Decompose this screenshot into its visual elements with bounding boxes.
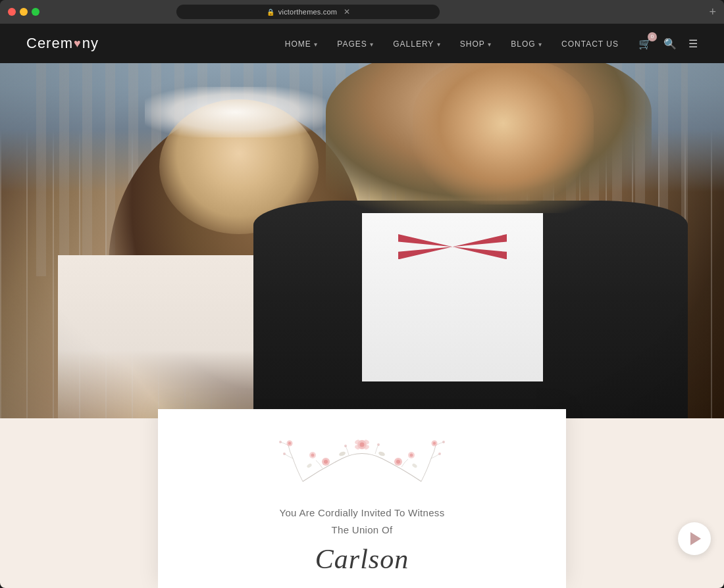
site-logo[interactable]: Cerem♥ny — [26, 35, 99, 52]
traffic-lights — [8, 8, 39, 16]
website: Cerem♥ny HOME PAGES GALLERY SHOP — [0, 24, 724, 588]
cart-badge: 0 — [648, 32, 657, 41]
nav-link-home[interactable]: HOME — [285, 39, 311, 49]
logo-text-before: Cerem — [26, 35, 73, 52]
nav-item-pages[interactable]: PAGES — [337, 37, 373, 49]
svg-point-20 — [306, 463, 312, 469]
vignette-overlay — [0, 24, 724, 445]
nav-item-contact[interactable]: CONTACT US — [561, 37, 619, 49]
play-button[interactable] — [678, 522, 711, 555]
svg-point-13 — [396, 460, 400, 464]
invitation-card: You Are Cordially Invited To Witness The… — [158, 409, 566, 588]
svg-point-19 — [378, 451, 385, 456]
search-icon[interactable]: 🔍 — [663, 37, 677, 50]
invitation-line1: You Are Cordially Invited To Witness — [280, 507, 445, 518]
logo-text-after: ny — [82, 35, 99, 52]
nav-item-home[interactable]: HOME — [285, 37, 317, 49]
nav-icons: 🛒 0 🔍 ☰ — [638, 37, 698, 50]
invitation-text: You Are Cordially Invited To Witness The… — [280, 504, 445, 538]
navigation-bar: Cerem♥ny HOME PAGES GALLERY SHOP — [0, 24, 724, 63]
nav-item-shop[interactable]: SHOP — [460, 37, 491, 49]
floral-arch-decoration — [270, 429, 454, 495]
svg-point-11 — [288, 442, 291, 445]
hero-section — [0, 24, 724, 445]
nav-item-gallery[interactable]: GALLERY — [393, 37, 440, 49]
invitation-line2: The Union Of — [332, 524, 393, 535]
svg-point-25 — [442, 441, 445, 443]
menu-icon[interactable]: ☰ — [688, 37, 698, 50]
svg-point-7 — [324, 460, 328, 464]
browser-content: Cerem♥ny HOME PAGES GALLERY SHOP — [0, 24, 724, 588]
nav-item-blog[interactable]: BLOG — [511, 37, 542, 49]
svg-point-26 — [344, 445, 347, 447]
nav-link-contact[interactable]: CONTACT US — [561, 39, 619, 49]
maximize-button[interactable] — [32, 8, 39, 16]
couple-name: Carlson — [315, 543, 409, 575]
nav-link-gallery[interactable]: GALLERY — [393, 39, 434, 49]
svg-point-24 — [438, 453, 441, 455]
svg-point-23 — [279, 441, 282, 443]
logo-heart-icon: ♥ — [74, 37, 82, 51]
url-text: victorthemes.com — [278, 8, 337, 16]
svg-point-21 — [411, 463, 417, 469]
clear-url-icon[interactable]: ✕ — [344, 7, 350, 16]
new-tab-button[interactable]: + — [709, 5, 716, 19]
browser-window: 🔒 victorthemes.com ✕ + — [0, 0, 724, 588]
svg-point-22 — [283, 453, 286, 455]
svg-point-9 — [311, 454, 315, 457]
minimize-button[interactable] — [20, 8, 28, 16]
nav-link-pages[interactable]: PAGES — [337, 39, 367, 49]
nav-link-shop[interactable]: SHOP — [460, 39, 485, 49]
browser-titlebar: 🔒 victorthemes.com ✕ + — [0, 0, 724, 24]
close-button[interactable] — [8, 8, 16, 16]
play-icon — [690, 532, 701, 545]
svg-point-17 — [433, 442, 436, 445]
address-bar[interactable]: 🔒 victorthemes.com ✕ — [176, 5, 440, 19]
nav-link-blog[interactable]: BLOG — [511, 39, 535, 49]
svg-point-27 — [377, 443, 380, 446]
photo-layer — [0, 24, 724, 445]
nav-links: HOME PAGES GALLERY SHOP BLOG C — [285, 37, 619, 49]
svg-point-15 — [410, 454, 413, 457]
svg-point-1 — [360, 443, 365, 447]
svg-point-18 — [338, 451, 346, 456]
cart-icon[interactable]: 🛒 0 — [638, 37, 652, 50]
lock-icon: 🔒 — [267, 9, 274, 16]
